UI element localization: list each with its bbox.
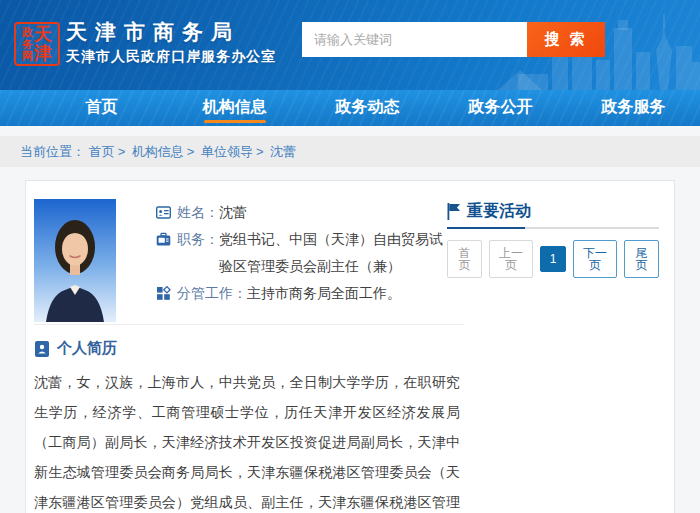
activities-title-underline xyxy=(447,227,659,229)
field-label-position: 职务： xyxy=(177,231,219,247)
profile-photo xyxy=(34,199,116,322)
field-value-duties: 主持市商务局全面工作。 xyxy=(247,285,401,301)
search-bar: 搜 索 xyxy=(302,22,605,57)
logo-small-chars: 政 务 网 xyxy=(22,26,33,62)
field-value-position: 党组书记、中国（天津）自由贸易试验区管理委员会副主任（兼） xyxy=(219,231,443,274)
pagination-page-1-button[interactable]: 1 xyxy=(540,246,566,272)
content-card: 姓名：沈蕾 职务：党组书记、中国（天津）自由贸易试验区管理委员会副主任（兼） 分… xyxy=(25,180,675,513)
nav-item-gov-service[interactable]: 政务服务 xyxy=(567,90,700,126)
important-activities-panel: 重要活动 首页 上一页 1 下一页 尾页 xyxy=(447,199,659,278)
resume-text: 沈蕾，女，汉族，上海市人，中共党员，全日制大学学历，在职研究生学历，经济学、工商… xyxy=(34,367,460,513)
field-label-duties: 分管工作： xyxy=(177,285,247,301)
pagination-prev-button[interactable]: 上一页 xyxy=(489,240,533,278)
breadcrumb-item-leaders[interactable]: 单位领导 xyxy=(201,144,253,159)
page: 政 务 网 天 津 天津市商务局 天津市人民政府口岸服务办公室 搜 索 首页 机… xyxy=(0,0,700,513)
field-row-position: 职务：党组书记、中国（天津）自由贸易试验区管理委员会副主任（兼） xyxy=(156,226,456,280)
resume-title: 个人简历 xyxy=(57,339,117,358)
site-header: 政 务 网 天 津 天津市商务局 天津市人民政府口岸服务办公室 搜 索 xyxy=(0,0,700,90)
field-row-name: 姓名：沈蕾 xyxy=(156,199,456,226)
pagination-first-button[interactable]: 首页 xyxy=(447,240,482,278)
breadcrumb-separator: > xyxy=(118,144,126,159)
site-subtitle: 天津市人民政府口岸服务办公室 xyxy=(66,47,276,66)
site-title: 天津市商务局 xyxy=(66,19,276,45)
flag-icon xyxy=(447,203,461,220)
pagination-next-button[interactable]: 下一页 xyxy=(573,240,617,278)
breadcrumb-item-home[interactable]: 首页 xyxy=(89,144,115,159)
search-button[interactable]: 搜 索 xyxy=(527,22,605,57)
person-doc-icon xyxy=(34,340,50,358)
breadcrumb-bar: 当前位置： 首页> 机构信息> 单位领导> 沈蕾 xyxy=(0,136,700,167)
main-nav: 首页 机构信息 政务动态 政务公开 政务服务 xyxy=(0,90,700,126)
nav-item-gov-news[interactable]: 政务动态 xyxy=(301,90,434,126)
briefcase-icon xyxy=(156,226,172,253)
breadcrumb-item-current: 沈蕾 xyxy=(270,144,296,159)
field-label-name: 姓名： xyxy=(177,204,219,220)
site-logo-seal[interactable]: 政 务 网 天 津 xyxy=(14,22,60,66)
field-value-name: 沈蕾 xyxy=(219,204,247,220)
breadcrumb-separator: > xyxy=(187,144,195,159)
breadcrumb-prefix: 当前位置： xyxy=(20,144,85,159)
pagination: 首页 上一页 1 下一页 尾页 xyxy=(447,240,659,278)
nav-item-gov-open[interactable]: 政务公开 xyxy=(434,90,567,126)
pagination-last-button[interactable]: 尾页 xyxy=(624,240,659,278)
id-card-icon xyxy=(156,199,172,226)
nav-item-org-info[interactable]: 机构信息 xyxy=(168,90,301,126)
resume-header: 个人简历 xyxy=(34,339,117,358)
blocks-icon xyxy=(156,280,172,307)
logo-large-chars: 天 津 xyxy=(34,25,52,63)
field-row-duties: 分管工作：主持市商务局全面工作。 xyxy=(156,280,456,307)
nav-item-home[interactable]: 首页 xyxy=(35,90,168,126)
breadcrumb-separator: > xyxy=(256,144,264,159)
section-divider xyxy=(34,324,464,325)
breadcrumb-item-org-info[interactable]: 机构信息 xyxy=(132,144,184,159)
activities-title: 重要活动 xyxy=(467,201,531,222)
breadcrumb: 当前位置： 首页> 机构信息> 单位领导> 沈蕾 xyxy=(20,136,700,167)
profile-fields: 姓名：沈蕾 职务：党组书记、中国（天津）自由贸易试验区管理委员会副主任（兼） 分… xyxy=(156,199,456,307)
search-input[interactable] xyxy=(302,22,527,57)
